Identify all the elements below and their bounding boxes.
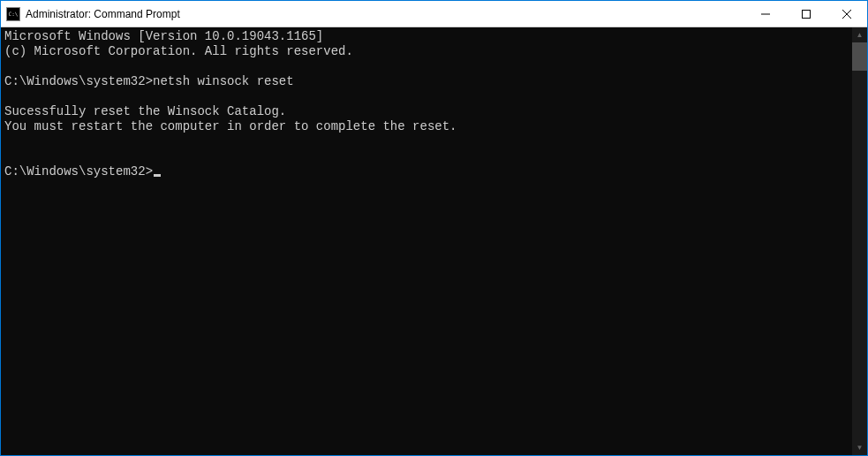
maximize-button[interactable] bbox=[786, 1, 826, 27]
scroll-down-arrow-icon[interactable]: ▼ bbox=[852, 440, 867, 455]
app-icon bbox=[6, 7, 20, 21]
svg-rect-1 bbox=[803, 10, 811, 18]
maximize-icon bbox=[802, 10, 811, 19]
copyright-line: (c) Microsoft Corporation. All rights re… bbox=[4, 44, 353, 58]
command-text: netsh winsock reset bbox=[153, 74, 294, 88]
close-button[interactable] bbox=[826, 1, 867, 27]
terminal-output[interactable]: Microsoft Windows [Version 10.0.19043.11… bbox=[1, 27, 852, 455]
close-icon bbox=[842, 10, 851, 19]
minimize-icon bbox=[761, 10, 770, 19]
scroll-track[interactable] bbox=[852, 42, 867, 440]
output-line: You must restart the computer in order t… bbox=[4, 119, 457, 133]
output-line: Sucessfully reset the Winsock Catalog. bbox=[4, 104, 286, 118]
version-line: Microsoft Windows [Version 10.0.19043.11… bbox=[4, 29, 323, 43]
console-area: Microsoft Windows [Version 10.0.19043.11… bbox=[1, 27, 867, 455]
prompt-text: C:\Windows\system32> bbox=[4, 74, 153, 88]
vertical-scrollbar[interactable]: ▲ ▼ bbox=[852, 27, 867, 455]
prompt-text: C:\Windows\system32> bbox=[4, 164, 153, 179]
window-title: Administrator: Command Prompt bbox=[26, 8, 745, 20]
minimize-button[interactable] bbox=[745, 1, 786, 27]
window-controls bbox=[745, 1, 867, 27]
scroll-thumb[interactable] bbox=[852, 42, 867, 71]
titlebar[interactable]: Administrator: Command Prompt bbox=[1, 1, 867, 27]
cursor-icon bbox=[154, 174, 161, 177]
scroll-up-arrow-icon[interactable]: ▲ bbox=[852, 27, 867, 42]
window-frame: Administrator: Command Prompt Microsoft … bbox=[0, 0, 868, 456]
